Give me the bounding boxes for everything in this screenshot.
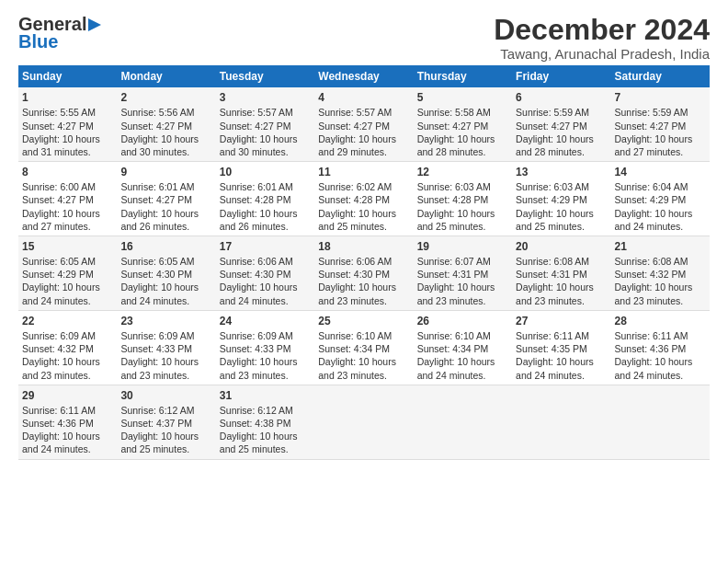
sunrise-text: Sunrise: 6:05 AM	[120, 256, 194, 267]
week-row-4: 22Sunrise: 6:09 AMSunset: 4:32 PMDayligh…	[18, 310, 710, 385]
sunrise-text: Sunrise: 6:06 AM	[318, 256, 392, 267]
sunset-text: Sunset: 4:32 PM	[22, 343, 94, 354]
daylight-text: Daylight: 10 hours and 25 minutes.	[220, 431, 298, 454]
logo: General Blue	[18, 14, 101, 52]
page-subtitle: Tawang, Arunachal Pradesh, India	[494, 46, 710, 62]
week-row-5: 29Sunrise: 6:11 AMSunset: 4:36 PMDayligh…	[18, 385, 710, 459]
cell-2-5: 12Sunrise: 6:03 AMSunset: 4:28 PMDayligh…	[414, 162, 512, 236]
day-number: 11	[318, 165, 409, 179]
sunrise-text: Sunrise: 6:05 AM	[22, 256, 96, 267]
cell-3-1: 15Sunrise: 6:05 AMSunset: 4:29 PMDayligh…	[18, 236, 117, 310]
sunrise-text: Sunrise: 6:08 AM	[516, 256, 589, 267]
cell-3-7: 21Sunrise: 6:08 AMSunset: 4:32 PMDayligh…	[611, 236, 710, 310]
day-number: 24	[220, 314, 311, 328]
cell-2-4: 11Sunrise: 6:02 AMSunset: 4:28 PMDayligh…	[314, 162, 413, 236]
cell-4-2: 23Sunrise: 6:09 AMSunset: 4:33 PMDayligh…	[117, 310, 215, 385]
sunrise-text: Sunrise: 6:07 AM	[417, 256, 491, 267]
day-number: 25	[318, 314, 409, 328]
daylight-text: Daylight: 10 hours and 24 minutes.	[615, 356, 693, 380]
daylight-text: Daylight: 10 hours and 23 minutes.	[120, 356, 199, 380]
sunset-text: Sunset: 4:36 PM	[22, 418, 94, 429]
daylight-text: Daylight: 10 hours and 25 minutes.	[120, 431, 199, 454]
day-number: 10	[220, 165, 311, 179]
sunrise-text: Sunrise: 6:06 AM	[220, 256, 293, 267]
header-wednesday: Wednesday	[314, 65, 413, 87]
daylight-text: Daylight: 10 hours and 26 minutes.	[120, 208, 199, 232]
sunset-text: Sunset: 4:27 PM	[516, 121, 587, 132]
cell-1-6: 6Sunrise: 5:59 AMSunset: 4:27 PMDaylight…	[512, 87, 610, 161]
header-saturday: Saturday	[611, 65, 710, 87]
cell-5-3: 31Sunrise: 6:12 AMSunset: 4:38 PMDayligh…	[216, 385, 314, 459]
daylight-text: Daylight: 10 hours and 24 minutes.	[615, 208, 693, 232]
sunset-text: Sunset: 4:27 PM	[120, 121, 192, 132]
sunrise-text: Sunrise: 6:09 AM	[220, 330, 293, 341]
sunrise-text: Sunrise: 5:58 AM	[417, 107, 491, 118]
sunset-text: Sunset: 4:34 PM	[417, 343, 489, 354]
sunset-text: Sunset: 4:38 PM	[220, 418, 291, 429]
cell-2-3: 10Sunrise: 6:01 AMSunset: 4:28 PMDayligh…	[216, 162, 314, 236]
day-number: 31	[220, 388, 311, 403]
sunset-text: Sunset: 4:27 PM	[22, 121, 94, 132]
cell-3-3: 17Sunrise: 6:06 AMSunset: 4:30 PMDayligh…	[216, 236, 314, 310]
day-number: 16	[120, 239, 211, 254]
cell-1-5: 5Sunrise: 5:58 AMSunset: 4:27 PMDaylight…	[414, 87, 512, 161]
day-number: 23	[120, 314, 211, 328]
daylight-text: Daylight: 10 hours and 24 minutes.	[220, 282, 298, 305]
cell-4-5: 26Sunrise: 6:10 AMSunset: 4:34 PMDayligh…	[414, 310, 512, 385]
sunrise-text: Sunrise: 6:02 AM	[318, 181, 392, 192]
sunset-text: Sunset: 4:33 PM	[220, 343, 291, 354]
cell-3-6: 20Sunrise: 6:08 AMSunset: 4:31 PMDayligh…	[512, 236, 610, 310]
daylight-text: Daylight: 10 hours and 31 minutes.	[22, 133, 100, 157]
daylight-text: Daylight: 10 hours and 23 minutes.	[516, 282, 594, 305]
page-title: December 2024	[494, 14, 710, 46]
sunrise-text: Sunrise: 6:09 AM	[22, 330, 96, 341]
sunset-text: Sunset: 4:35 PM	[516, 343, 587, 354]
day-number: 8	[22, 165, 113, 179]
main-container: General Blue December 2024 Tawang, Aruna…	[0, 0, 728, 469]
cell-5-6	[512, 385, 610, 459]
day-number: 5	[417, 90, 508, 105]
sunrise-text: Sunrise: 6:10 AM	[417, 330, 491, 341]
sunrise-text: Sunrise: 6:08 AM	[615, 256, 688, 267]
daylight-text: Daylight: 10 hours and 23 minutes.	[318, 282, 396, 305]
daylight-text: Daylight: 10 hours and 25 minutes.	[318, 208, 396, 232]
sunrise-text: Sunrise: 6:03 AM	[417, 181, 491, 192]
sunset-text: Sunset: 4:31 PM	[417, 269, 489, 280]
day-number: 26	[417, 314, 508, 328]
daylight-text: Daylight: 10 hours and 30 minutes.	[120, 133, 199, 157]
cell-5-5	[414, 385, 512, 459]
sunset-text: Sunset: 4:31 PM	[516, 269, 587, 280]
day-number: 9	[120, 165, 211, 179]
week-row-2: 8Sunrise: 6:00 AMSunset: 4:27 PMDaylight…	[18, 162, 710, 236]
day-number: 14	[615, 165, 706, 179]
header-monday: Monday	[117, 65, 215, 87]
calendar-table: SundayMondayTuesdayWednesdayThursdayFrid…	[18, 65, 710, 459]
cell-2-6: 13Sunrise: 6:03 AMSunset: 4:29 PMDayligh…	[512, 162, 610, 236]
sunset-text: Sunset: 4:28 PM	[220, 194, 291, 205]
sunrise-text: Sunrise: 5:59 AM	[615, 107, 688, 118]
sunset-text: Sunset: 4:29 PM	[516, 194, 587, 205]
sunrise-text: Sunrise: 5:59 AM	[516, 107, 589, 118]
day-number: 29	[22, 388, 113, 403]
sunset-text: Sunset: 4:27 PM	[120, 194, 192, 205]
sunset-text: Sunset: 4:36 PM	[615, 343, 687, 354]
day-number: 21	[615, 239, 706, 254]
day-number: 17	[220, 239, 311, 254]
header-friday: Friday	[512, 65, 610, 87]
cell-3-4: 18Sunrise: 6:06 AMSunset: 4:30 PMDayligh…	[314, 236, 413, 310]
day-number: 1	[22, 90, 113, 105]
day-number: 13	[516, 165, 607, 179]
daylight-text: Daylight: 10 hours and 29 minutes.	[318, 133, 396, 157]
cell-4-6: 27Sunrise: 6:11 AMSunset: 4:35 PMDayligh…	[512, 310, 610, 385]
day-number: 12	[417, 165, 508, 179]
sunrise-text: Sunrise: 6:12 AM	[220, 405, 293, 416]
cell-1-7: 7Sunrise: 5:59 AMSunset: 4:27 PMDaylight…	[611, 87, 710, 161]
daylight-text: Daylight: 10 hours and 24 minutes.	[22, 282, 100, 305]
sunset-text: Sunset: 4:33 PM	[120, 343, 192, 354]
sunset-text: Sunset: 4:27 PM	[417, 121, 489, 132]
cell-1-3: 3Sunrise: 5:57 AMSunset: 4:27 PMDaylight…	[216, 87, 314, 161]
sunrise-text: Sunrise: 5:57 AM	[318, 107, 392, 118]
day-number: 22	[22, 314, 113, 328]
sunrise-text: Sunrise: 5:55 AM	[22, 107, 96, 118]
daylight-text: Daylight: 10 hours and 23 minutes.	[318, 356, 396, 380]
